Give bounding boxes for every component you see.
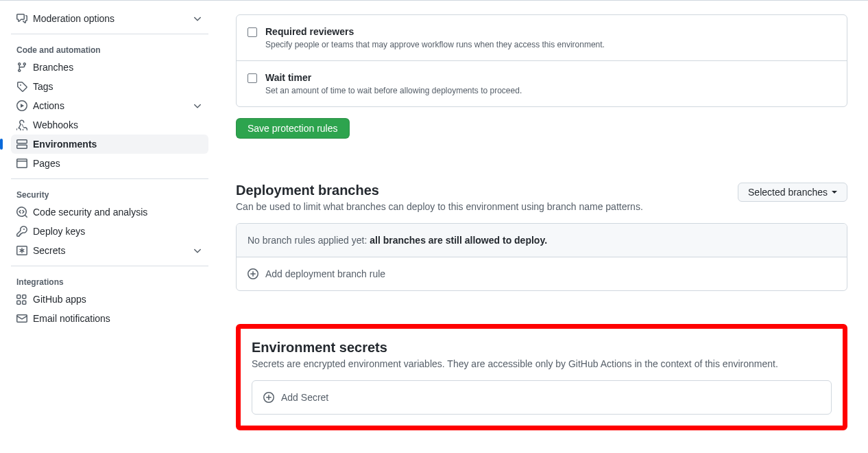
add-rule-label: Add deployment branch rule [265, 268, 385, 279]
webhook-icon [16, 119, 27, 130]
sidebar-item-secrets[interactable]: Secrets [11, 241, 208, 260]
mail-icon [16, 313, 27, 324]
section-desc: Can be used to limit what branches can d… [236, 201, 643, 212]
key-icon [16, 226, 27, 237]
save-protection-rules-button[interactable]: Save protection rules [236, 118, 350, 139]
sidebar-item-actions[interactable]: Actions [11, 96, 208, 115]
sidebar-heading-code: Code and automation [11, 40, 208, 58]
rule-title: Required reviewers [265, 26, 605, 37]
sidebar-label: Email notifications [33, 313, 203, 324]
add-deployment-branch-rule-button[interactable]: Add deployment branch rule [237, 257, 847, 290]
no-rules-prefix: No branch rules applied yet: [248, 235, 370, 246]
sidebar-item-code-security[interactable]: Code security and analysis [11, 202, 208, 222]
sidebar-item-email-notifications[interactable]: Email notifications [11, 309, 208, 328]
caret-down-icon [832, 191, 837, 194]
sidebar-item-moderation[interactable]: Moderation options [11, 9, 208, 28]
sidebar-label: Code security and analysis [33, 207, 203, 218]
sidebar-heading-security: Security [11, 185, 208, 202]
plus-circle-icon [248, 268, 258, 279]
browser-icon [16, 158, 27, 169]
deployment-branches-box: No branch rules applied yet: all branche… [236, 223, 847, 291]
sidebar-heading-integrations: Integrations [11, 272, 208, 290]
sidebar-item-github-apps[interactable]: GitHub apps [11, 290, 208, 309]
sidebar-label: Webhooks [33, 119, 203, 130]
add-secret-button[interactable]: Add Secret [252, 381, 831, 414]
sidebar-item-branches[interactable]: Branches [11, 58, 208, 77]
section-title: Deployment branches [236, 183, 643, 198]
rule-desc: Specify people or teams that may approve… [265, 40, 605, 49]
sidebar-label: Environments [33, 139, 203, 150]
apps-icon [16, 294, 27, 305]
section-desc: Secrets are encrypted environment variab… [252, 358, 832, 369]
play-circle-icon [16, 100, 27, 111]
section-title: Environment secrets [252, 340, 832, 356]
chevron-down-icon [192, 13, 203, 24]
selected-branches-dropdown[interactable]: Selected branches [738, 183, 847, 202]
no-rules-bold: all branches are still allowed to deploy… [370, 235, 547, 246]
rule-title: Wait timer [265, 72, 522, 83]
sidebar-label: Tags [33, 81, 203, 92]
rule-desc: Set an amount of time to wait before all… [265, 86, 522, 95]
protection-rules-box: Required reviewers Specify people or tea… [236, 14, 847, 107]
wait-timer-checkbox[interactable] [248, 73, 257, 83]
rule-wait-timer: Wait timer Set an amount of time to wait… [237, 61, 847, 106]
chevron-down-icon [192, 245, 203, 256]
comment-discussion-icon [16, 13, 27, 24]
git-branch-icon [16, 62, 27, 73]
sidebar-label: Branches [33, 62, 203, 73]
tag-icon [16, 81, 27, 92]
codescan-icon [16, 207, 27, 218]
sidebar-label: Pages [33, 158, 203, 169]
reviewers-checkbox[interactable] [248, 27, 257, 37]
add-secret-label: Add Secret [281, 392, 328, 403]
sidebar-label: Actions [33, 100, 192, 111]
sidebar-item-environments[interactable]: Environments [11, 135, 208, 154]
rule-required-reviewers: Required reviewers Specify people or tea… [237, 15, 847, 61]
sidebar-label: Secrets [33, 245, 192, 256]
sidebar-item-deploy-keys[interactable]: Deploy keys [11, 222, 208, 241]
sidebar-item-pages[interactable]: Pages [11, 154, 208, 173]
chevron-down-icon [192, 100, 203, 111]
dropdown-label: Selected branches [748, 187, 828, 198]
sidebar-label: Deploy keys [33, 226, 203, 237]
sidebar-item-tags[interactable]: Tags [11, 77, 208, 96]
branch-rules-info: No branch rules applied yet: all branche… [237, 224, 847, 257]
plus-circle-icon [263, 392, 274, 403]
sidebar-item-webhooks[interactable]: Webhooks [11, 115, 208, 135]
server-icon [16, 139, 27, 150]
secrets-box: Add Secret [252, 380, 832, 415]
key-asterisk-icon [16, 245, 27, 256]
environment-secrets-section-highlighted: Environment secrets Secrets are encrypte… [236, 324, 847, 430]
main-content: Required reviewers Specify people or tea… [219, 1, 864, 453]
deployment-branches-header: Deployment branches Can be used to limit… [236, 183, 847, 212]
settings-sidebar: Moderation options Code and automation B… [0, 1, 219, 453]
sidebar-label: GitHub apps [33, 294, 203, 305]
sidebar-label: Moderation options [33, 13, 192, 24]
